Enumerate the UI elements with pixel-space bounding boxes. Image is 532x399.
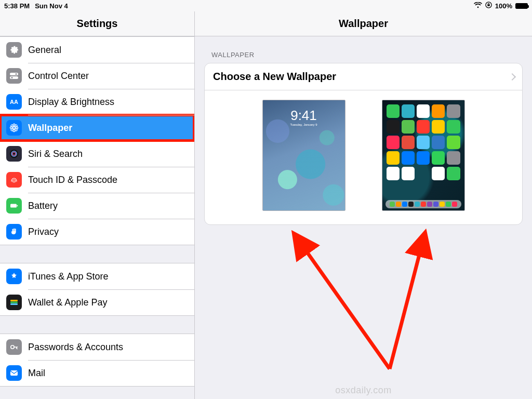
dock-app-icon — [390, 202, 395, 207]
wallpaper-previews: 9:41 Tuesday, January 9 — [205, 90, 522, 224]
sidebar-item-display[interactable]: AADisplay & Brightness — [0, 89, 194, 115]
app-icon — [432, 120, 445, 134]
app-icon — [402, 167, 415, 180]
sidebar-item-label: Battery — [28, 201, 58, 211]
svg-rect-19 — [17, 205, 18, 207]
dock-app-icon — [396, 202, 401, 207]
dock-app-icon — [452, 202, 457, 207]
app-icon — [387, 120, 400, 134]
wallpaper-detail-pane: WALLPAPER Choose a New Wallpaper 9:41 Tu… — [195, 36, 532, 399]
sidebar-title: Settings — [0, 11, 195, 36]
wifi-icon — [474, 2, 482, 10]
sidebar-item-wallpaper[interactable]: Wallpaper — [0, 115, 194, 141]
app-icon — [432, 136, 445, 149]
switch-icon — [6, 68, 22, 84]
sidebar-item-siri[interactable]: Siri & Search — [0, 141, 194, 167]
app-icon — [432, 167, 445, 180]
app-icon — [417, 120, 430, 134]
dock-app-icon — [421, 202, 426, 207]
sidebar-item-label: General — [28, 45, 61, 56]
home-screen-preview[interactable] — [382, 100, 465, 211]
app-icon — [402, 136, 415, 149]
dock-app-icon — [402, 202, 407, 207]
statusbar: 5:38 PM Sun Nov 4 100% — [0, 0, 532, 11]
hand-icon — [6, 224, 22, 240]
gear-icon — [6, 42, 22, 58]
sidebar-item-control[interactable]: Control Center — [0, 63, 194, 89]
app-icon — [387, 151, 400, 165]
app-icon — [432, 104, 445, 118]
siri-icon — [6, 146, 22, 162]
sidebar-item-label: Passwords & Accounts — [28, 342, 123, 353]
app-icon — [417, 136, 430, 149]
sidebar-item-label: Wallpaper — [28, 123, 72, 134]
orientation-lock-icon — [485, 2, 492, 10]
header-bar: Settings Wallpaper — [0, 11, 532, 36]
app-icon — [417, 151, 430, 165]
lock-screen-clock: 9:41 Tuesday, January 9 — [263, 109, 345, 126]
svg-line-25 — [298, 239, 390, 369]
app-icon — [402, 104, 415, 118]
sidebar-item-label: Touch ID & Passcode — [28, 175, 117, 185]
wallpaper-card: Choose a New Wallpaper 9:41 Tuesday, Jan… — [204, 63, 523, 225]
svg-point-11 — [11, 125, 13, 127]
dock-app-icon — [433, 202, 438, 207]
app-icon — [387, 136, 400, 149]
svg-point-13 — [11, 129, 13, 131]
home-dock — [385, 200, 461, 208]
mail-icon — [6, 365, 22, 381]
sidebar-item-general[interactable]: General — [0, 37, 194, 63]
sidebar-item-wallet[interactable]: Wallet & Apple Pay — [0, 289, 194, 315]
sidebar-item-itunes[interactable]: iTunes & App Store — [0, 263, 194, 289]
sidebar-item-label: iTunes & App Store — [28, 271, 108, 282]
sidebar-item-label: Control Center — [28, 71, 89, 82]
app-icon — [417, 104, 430, 118]
svg-text:AA: AA — [10, 99, 18, 105]
sidebar-item-label: Display & Brightness — [28, 97, 114, 108]
app-icon — [447, 151, 460, 165]
svg-rect-18 — [10, 204, 17, 208]
svg-rect-21 — [10, 302, 18, 303]
choose-new-wallpaper-label: Choose a New Wallpaper — [213, 71, 336, 83]
app-icon — [447, 167, 460, 180]
svg-line-26 — [390, 239, 423, 369]
dock-app-icon — [440, 202, 445, 207]
app-icon — [447, 120, 460, 134]
key-icon — [6, 339, 22, 355]
watermark: osxdaily.com — [335, 385, 392, 396]
lock-screen-preview[interactable]: 9:41 Tuesday, January 9 — [262, 100, 345, 211]
home-app-grid — [387, 104, 460, 199]
svg-point-4 — [11, 77, 12, 78]
battery-pct: 100% — [495, 2, 512, 10]
svg-rect-22 — [10, 303, 18, 305]
sidebar-item-touchid[interactable]: Touch ID & Passcode — [0, 167, 194, 193]
battery-icon — [515, 3, 528, 9]
svg-point-12 — [15, 125, 17, 127]
choose-new-wallpaper-row[interactable]: Choose a New Wallpaper — [205, 63, 522, 90]
svg-point-6 — [13, 127, 15, 129]
app-icon — [417, 167, 430, 180]
sidebar-item-mail[interactable]: Mail — [0, 360, 194, 386]
settings-sidebar[interactable]: GeneralControl CenterAADisplay & Brightn… — [0, 36, 195, 399]
lock-time: 9:41 — [263, 109, 345, 122]
flower-icon — [6, 120, 22, 136]
chevron-right-icon — [509, 73, 516, 80]
app-icon — [432, 151, 445, 165]
svg-point-14 — [15, 129, 17, 131]
sidebar-item-label: Mail — [28, 368, 45, 379]
sidebar-item-passwords[interactable]: Passwords & Accounts — [0, 334, 194, 360]
app-icon — [447, 104, 460, 118]
app-icon — [402, 151, 415, 165]
dock-app-icon — [415, 202, 420, 207]
lock-date: Tuesday, January 9 — [263, 123, 345, 126]
sidebar-item-battery[interactable]: Battery — [0, 193, 194, 219]
sidebar-item-label: Wallet & Apple Pay — [28, 297, 107, 308]
sidebar-item-privacy[interactable]: Privacy — [0, 219, 194, 245]
status-date: Sun Nov 4 — [35, 2, 68, 10]
svg-rect-2 — [10, 76, 18, 79]
dock-app-icon — [446, 202, 451, 207]
svg-point-3 — [15, 73, 17, 75]
wallet-icon — [6, 295, 22, 310]
svg-rect-24 — [10, 370, 18, 376]
fingerprint-icon — [6, 172, 22, 188]
